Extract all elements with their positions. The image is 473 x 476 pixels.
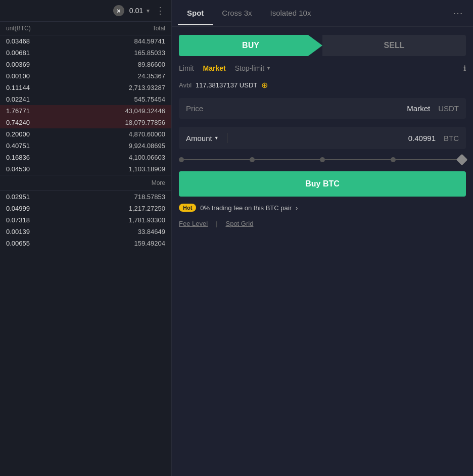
slider-dot-0[interactable] xyxy=(179,157,184,162)
slider-dot-25[interactable] xyxy=(250,157,255,162)
table-row[interactable]: 1.76771 43,049.32446 xyxy=(0,105,171,117)
footer-divider: | xyxy=(216,220,217,227)
table-row[interactable]: 0.02951 718.57853 xyxy=(0,191,171,203)
price-label: Price xyxy=(186,104,403,113)
avbl-plus-icon[interactable]: ⊕ xyxy=(261,80,268,90)
dropdown-value: 0.01 xyxy=(129,7,143,15)
sell-button[interactable]: SELL xyxy=(322,35,466,56)
table-row[interactable]: 0.40751 9,924.08695 xyxy=(0,140,171,152)
footer-links: Fee Level | Spot Grid xyxy=(172,216,473,231)
total-column-header: Total xyxy=(86,25,166,32)
slider-track xyxy=(179,159,466,160)
table-row[interactable]: 0.03468 844.59741 xyxy=(0,35,171,47)
order-type-row: Limit Market Stop-limit ▼ ℹ xyxy=(172,60,473,76)
table-row[interactable]: 0.07318 1,781.93300 xyxy=(0,214,171,226)
price-value: Market xyxy=(407,104,430,113)
available-balance-row: Avbl 117.38137137 USDT ⊕ xyxy=(172,76,473,94)
amount-value: 0.40991 xyxy=(235,134,436,142)
table-row[interactable]: 0.20000 4,870.60000 xyxy=(0,128,171,140)
avbl-value: 117.38137137 USDT xyxy=(196,81,257,89)
stop-limit-label: Stop-limit xyxy=(235,64,264,72)
slider-dot-100[interactable] xyxy=(461,157,466,162)
more-label[interactable]: More xyxy=(0,175,171,191)
tab-cross-3x[interactable]: Cross 3x xyxy=(213,2,261,25)
order-book-list: 0.03468 844.59741 0.00681 165.85033 0.00… xyxy=(0,35,171,476)
slider-dot-50[interactable] xyxy=(320,157,325,162)
amount-slider[interactable] xyxy=(172,153,473,168)
left-header: × 0.01 ▼ ⋮ xyxy=(0,0,171,22)
amount-dropdown-selector[interactable]: 0.01 ▼ xyxy=(129,7,151,15)
tabs-more-button[interactable]: ⋯ xyxy=(449,0,467,26)
close-button[interactable]: × xyxy=(113,5,124,16)
chevron-down-icon: ▼ xyxy=(266,66,271,71)
table-header: unt(BTC) Total xyxy=(0,22,171,35)
order-type-market[interactable]: Market xyxy=(203,64,226,72)
table-row[interactable]: 0.00100 24.35367 xyxy=(0,70,171,82)
order-type-limit[interactable]: Limit xyxy=(179,64,194,72)
order-type-stop-limit[interactable]: Stop-limit ▼ xyxy=(235,64,271,72)
table-row[interactable]: 0.00681 165.85033 xyxy=(0,47,171,59)
trading-tabs-bar: Spot Cross 3x Isolated 10x ⋯ xyxy=(172,0,473,27)
amount-input-field[interactable]: Amount ▼ 0.40991 BTC xyxy=(179,127,466,149)
table-row[interactable]: 0.00139 33.84649 xyxy=(0,226,171,237)
hot-badge: Hot xyxy=(179,204,196,212)
buy-button[interactable]: BUY xyxy=(179,35,322,56)
slider-dots xyxy=(179,157,466,162)
amount-column-header: unt(BTC) xyxy=(6,25,86,32)
spot-grid-link[interactable]: Spot Grid xyxy=(225,220,253,227)
amount-separator xyxy=(227,133,227,143)
table-row[interactable]: 0.00655 159.49204 xyxy=(0,237,171,249)
amount-dropdown[interactable]: Amount ▼ xyxy=(186,134,219,142)
fee-promotion-row: Hot 0% trading fee on this BTC pair › xyxy=(172,200,473,216)
table-row[interactable]: 0.04530 1,103.18909 xyxy=(0,163,171,175)
amount-currency: BTC xyxy=(444,134,459,142)
table-row[interactable]: 0.16836 4,100.06603 xyxy=(0,152,171,163)
fee-arrow-icon[interactable]: › xyxy=(296,204,298,212)
fee-text: 0% trading fee on this BTC pair xyxy=(200,204,292,212)
table-row[interactable]: 0.04999 1,217.27250 xyxy=(0,203,171,214)
tab-isolated-10x[interactable]: Isolated 10x xyxy=(261,2,320,25)
price-currency: USDT xyxy=(438,104,459,113)
table-row[interactable]: 0.00369 89.86600 xyxy=(0,59,171,70)
table-row[interactable]: 0.74240 18,079.77856 xyxy=(0,117,171,128)
left-panel: × 0.01 ▼ ⋮ unt(BTC) Total 0.03468 844.59… xyxy=(0,0,172,476)
right-panel: Spot Cross 3x Isolated 10x ⋯ BUY SELL Li… xyxy=(172,0,473,476)
buy-sell-row: BUY SELL xyxy=(172,27,473,60)
table-row[interactable]: 0.02241 545.75454 xyxy=(0,93,171,105)
chevron-down-icon: ▼ xyxy=(146,8,151,14)
table-row[interactable]: 0.11144 2,713.93287 xyxy=(0,82,171,93)
more-menu-button[interactable]: ⋮ xyxy=(156,5,165,16)
slider-dot-75[interactable] xyxy=(391,157,396,162)
order-type-info-icon[interactable]: ℹ xyxy=(463,64,466,72)
buy-btc-button[interactable]: Buy BTC xyxy=(179,171,466,197)
avbl-label: Avbl xyxy=(179,81,192,89)
tab-spot[interactable]: Spot xyxy=(178,2,213,25)
fee-level-link[interactable]: Fee Level xyxy=(179,220,208,227)
amount-label: Amount xyxy=(186,134,212,142)
amount-chevron-icon: ▼ xyxy=(214,135,219,140)
price-input-field: Price Market USDT xyxy=(179,98,466,119)
